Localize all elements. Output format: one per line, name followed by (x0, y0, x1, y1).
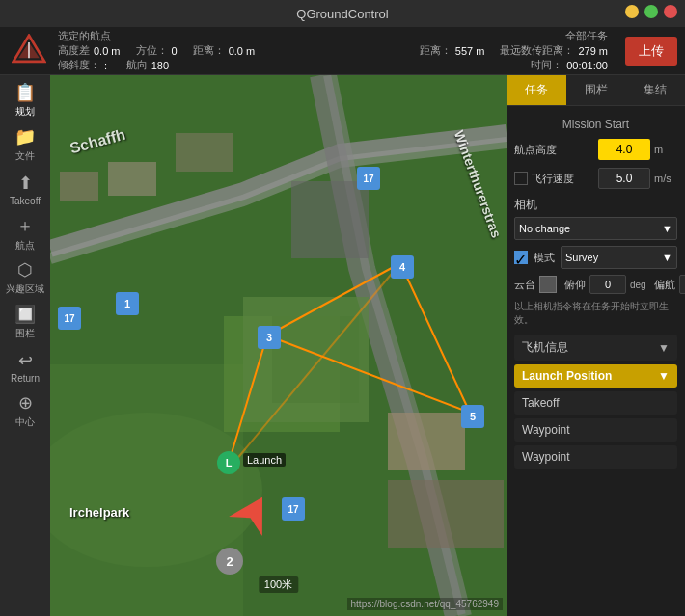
waypoint-icon: ＋ (16, 214, 34, 237)
heading-value: 180 (151, 60, 169, 71)
tab-rally[interactable]: 集结 (625, 75, 685, 105)
sidebar-item-return[interactable]: ↩ Return (4, 345, 46, 388)
gimbal-label: 云台 (514, 278, 535, 292)
aircraft-chevron-icon: ▼ (658, 341, 670, 355)
speed-unit: m/s (654, 173, 677, 184)
speed-input[interactable] (598, 168, 650, 189)
max-telemetry-label: 最远数传距离： (500, 43, 574, 58)
sidebar-return-label: Return (11, 373, 40, 384)
pitch-input[interactable] (589, 275, 626, 294)
camera-chevron-icon: ▼ (662, 223, 672, 234)
sidebar-fence-label: 围栏 (15, 327, 35, 340)
direction-value: 0 (172, 45, 178, 57)
sidebar-item-file[interactable]: 📁 文件 (4, 123, 46, 166)
takeoff-item[interactable]: Takeoff (514, 391, 677, 415)
total-dist-group: 距离： 557 m (420, 43, 485, 58)
window-controls (625, 5, 677, 18)
tab-bar: 任务 围栏 集结 (507, 75, 685, 106)
svg-rect-7 (291, 181, 369, 258)
sidebar-takeoff-label: Takeoff (10, 196, 41, 206)
distance-label: 距离： (193, 43, 225, 58)
waypoint-item-1[interactable]: Waypoint (514, 418, 677, 442)
max-telemetry-group: 最远数传距离： 279 m (500, 43, 608, 58)
sidebar-item-region[interactable]: ⬡ 兴趣区域 (4, 256, 46, 299)
launch-position-row[interactable]: Launch Position ▼ (514, 364, 677, 388)
svg-rect-5 (50, 364, 243, 616)
sidebar-item-center[interactable]: ⊕ 中心 (4, 389, 46, 432)
maximize-button[interactable] (644, 5, 658, 18)
svg-rect-11 (108, 162, 156, 196)
waypoint-17b[interactable]: 17 (357, 167, 380, 190)
svg-marker-16 (229, 495, 277, 536)
arrow-marker (229, 495, 277, 543)
svg-rect-10 (60, 172, 98, 201)
camera-label: 相机 (514, 197, 677, 213)
aircraft-info-row[interactable]: 飞机信息 ▼ (514, 335, 677, 361)
time-value: 00:01:00 (566, 60, 608, 71)
svg-rect-13 (388, 413, 465, 470)
all-mission-label: 全部任务 (565, 29, 608, 43)
mode-dropdown[interactable]: Survey ▼ (561, 246, 677, 269)
yaw-input[interactable] (679, 275, 685, 294)
sidebar-item-takeoff[interactable]: ⬆ Takeoff (4, 168, 46, 210)
tab-mission[interactable]: 任务 (507, 75, 566, 105)
mode-chevron-icon: ▼ (662, 252, 672, 263)
launch-chevron-icon: ▼ (658, 369, 670, 383)
sidebar: 📋 规划 📁 文件 ⬆ Takeoff ＋ 航点 ⬡ 兴趣区域 🔲 围栏 ↩ R… (0, 75, 50, 616)
pitch-deg: deg (630, 280, 646, 290)
waypoint-4[interactable]: 4 (391, 255, 414, 279)
tab-fence[interactable]: 围栏 (566, 75, 626, 105)
waypoint-1[interactable]: 1 (116, 292, 139, 315)
logo (8, 30, 50, 72)
sidebar-item-fence[interactable]: 🔲 围栏 (4, 301, 46, 343)
waypoint-17c[interactable]: 17 (282, 497, 305, 521)
altitude-label: 航点高度 (514, 143, 594, 157)
pitch-value: :- (104, 60, 111, 71)
waypoint-17a[interactable]: 17 (58, 307, 81, 330)
speed-checkbox[interactable] (514, 172, 528, 185)
waypoint-circle-2[interactable]: 2 (216, 548, 243, 575)
sidebar-center-label: 中心 (15, 415, 35, 429)
waypoint-5[interactable]: 5 (461, 405, 484, 428)
sidebar-item-plan[interactable]: 📋 规划 (4, 79, 46, 121)
close-button[interactable] (664, 5, 677, 18)
camera-dropdown[interactable]: No change ▼ (514, 217, 677, 240)
svg-rect-12 (176, 133, 233, 172)
map-area[interactable]: Schaffh Winterthurerstras Irchelpark 1 1… (50, 75, 507, 616)
sidebar-item-waypoint[interactable]: ＋ 航点 (4, 212, 46, 254)
mode-checkbox[interactable]: ✓ (514, 251, 528, 264)
region-icon: ⬡ (17, 259, 33, 281)
svg-rect-14 (388, 480, 504, 548)
gimbal-color-box[interactable] (539, 276, 557, 293)
speed-label: 飞行速度 (532, 172, 594, 186)
launch-marker[interactable]: L (217, 451, 240, 474)
waypoint-item-2[interactable]: Waypoint (514, 445, 677, 469)
heading-group: 航向 180 (126, 58, 169, 72)
app-title: QGroundControl (296, 7, 388, 21)
altitude-input[interactable] (598, 139, 650, 160)
camera-value: No change (519, 223, 570, 234)
direction-label: 方位： (136, 43, 168, 58)
section-title: Mission Start (514, 118, 677, 131)
park-label: Irchelpark (69, 505, 129, 520)
titlebar: QGroundControl (0, 0, 685, 27)
waypoint1-label: Waypoint (522, 423, 570, 437)
info-bar: 选定的航点 高度差 0.0 m 方位： 0 距离： 0.0 m 倾斜度： :- … (0, 27, 685, 75)
heading-label: 航向 (126, 58, 148, 72)
sidebar-waypoint-label: 航点 (15, 239, 35, 253)
distance-group: 距离： 0.0 m (193, 43, 256, 58)
pitch-group: 倾斜度： :- (58, 58, 111, 72)
upload-button[interactable]: 上传 (625, 37, 677, 66)
sidebar-plan-label: 规划 (15, 105, 35, 119)
height-diff-value: 0.0 m (94, 45, 121, 57)
distance-value: 0.0 m (229, 45, 256, 57)
waypoint2-label: Waypoint (522, 450, 570, 464)
minimize-button[interactable] (625, 5, 639, 18)
total-dist-value: 557 m (455, 45, 485, 57)
waypoint-3[interactable]: 3 (258, 326, 281, 349)
gimbal-row: 云台 俯仰 deg 偏航 deg (514, 275, 677, 294)
center-icon: ⊕ (18, 392, 33, 414)
mode-value: Survey (565, 252, 598, 263)
launch-position-label: Launch Position (522, 369, 612, 383)
aircraft-info-label: 飞机信息 (522, 339, 568, 356)
